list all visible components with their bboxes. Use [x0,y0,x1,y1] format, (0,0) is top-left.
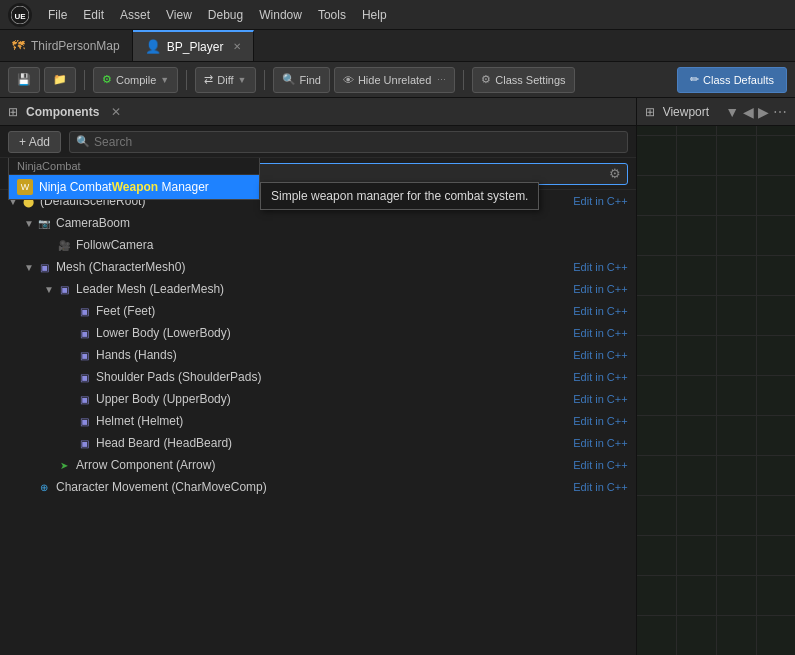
viewport-header: ⊞ Viewport ▼ ◀ ▶ ⋯ [637,98,795,126]
diff-dropdown-icon[interactable]: ▼ [238,75,247,85]
table-row[interactable]: ▣ Shoulder Pads (ShoulderPads) Edit in C… [0,366,636,388]
diff-label: Diff [217,74,233,86]
table-row[interactable]: ▣ Upper Body (UpperBody) Edit in C++ [0,388,636,410]
edit-cpp-button[interactable]: Edit in C++ [565,195,635,207]
viewport-panel: ⊞ Viewport ▼ ◀ ▶ ⋯ [637,98,795,655]
compile-dropdown-icon[interactable]: ▼ [160,75,169,85]
mesh-icon: ▣ [76,369,92,385]
table-row[interactable]: ▼ ▣ Leader Mesh (LeaderMesh) Edit in C++ [0,278,636,300]
separator-1 [84,70,85,90]
components-panel-title: Components [26,105,99,119]
table-row[interactable]: ▣ Helmet (Helmet) Edit in C++ [0,410,636,432]
hide-unrelated-icon: 👁 [343,74,354,86]
tab-bp-player-label: BP_Player [167,40,224,54]
table-row[interactable]: ▣ Lower Body (LowerBody) Edit in C++ [0,322,636,344]
tab-third-person-map[interactable]: 🗺 ThirdPersonMap [0,30,133,61]
component-label: Helmet (Helmet) [96,414,565,428]
menu-edit[interactable]: Edit [83,8,104,22]
menu-view[interactable]: View [166,8,192,22]
camera-icon: 📷 [36,215,52,231]
table-row[interactable]: 🎥 FollowCamera [0,234,636,256]
search-input[interactable] [94,135,621,149]
find-label: Find [300,74,321,86]
main-area: ⊞ Components ✕ + Add 🔍 ✕ ⚙ [0,98,795,655]
mesh-icon: ▣ [36,259,52,275]
svg-text:UE: UE [14,12,26,21]
mesh-icon: ▣ [56,281,72,297]
menu-tools[interactable]: Tools [318,8,346,22]
toolbar: 💾 📁 ⚙ Compile ▼ ⇄ Diff ▼ 🔍 Find 👁 Hide U… [0,62,795,98]
search-box[interactable]: 🔍 [69,131,628,153]
edit-cpp-button[interactable]: Edit in C++ [565,305,635,317]
search-settings-icon[interactable]: ⚙ [609,166,621,181]
table-row[interactable]: ⊕ Character Movement (CharMoveComp) Edit… [0,476,636,498]
dropdown-item-ninja-combat-weapon-manager[interactable]: W Ninja CombatWeapon Manager [9,175,259,199]
menu-asset[interactable]: Asset [120,8,150,22]
menu-file[interactable]: File [48,8,67,22]
viewport-more-icon[interactable]: ⋯ [773,104,787,120]
class-settings-icon: ⚙ [481,73,491,86]
table-row[interactable]: ▣ Feet (Feet) Edit in C++ [0,300,636,322]
table-row[interactable]: ▣ Hands (Hands) Edit in C++ [0,344,636,366]
viewport-back-icon[interactable]: ◀ [743,104,754,120]
weapon-search-container: ✕ ⚙ NinjaCombat W Ninja CombatWeapon Man… [0,158,636,190]
hide-unrelated-more-icon[interactable]: ⋯ [437,75,446,85]
mesh-icon: ▣ [76,435,92,451]
add-component-button[interactable]: + Add [8,131,61,153]
app-logo: UE [8,3,32,27]
compile-button[interactable]: ⚙ Compile ▼ [93,67,178,93]
component-label: Arrow Component (Arrow) [76,458,565,472]
viewport-dropdown-icon[interactable]: ▼ [725,104,739,120]
table-row[interactable]: ▼ 📷 CameraBoom [0,212,636,234]
table-row[interactable]: ➤ Arrow Component (Arrow) Edit in C++ [0,454,636,476]
components-panel-close[interactable]: ✕ [111,105,121,119]
find-icon: 🔍 [282,73,296,86]
tab-bar: 🗺 ThirdPersonMap 👤 BP_Player ✕ [0,30,795,62]
save-button[interactable]: 💾 [8,67,40,93]
label-after: Manager [158,180,209,194]
menu-window[interactable]: Window [259,8,302,22]
arrow-icon: ➤ [56,457,72,473]
edit-cpp-button[interactable]: Edit in C++ [565,261,635,273]
menu-help[interactable]: Help [362,8,387,22]
hide-unrelated-label: Hide Unrelated [358,74,431,86]
table-row[interactable]: ▼ ▣ Mesh (CharacterMesh0) Edit in C++ [0,256,636,278]
edit-cpp-button[interactable]: Edit in C++ [565,349,635,361]
autocomplete-dropdown: NinjaCombat W Ninja CombatWeapon Manager [8,158,260,200]
map-icon: 🗺 [12,38,25,53]
mesh-icon: ▣ [76,347,92,363]
component-label: Head Beard (HeadBeard) [96,436,565,450]
edit-cpp-button[interactable]: Edit in C++ [565,393,635,405]
mesh-icon: ▣ [76,391,92,407]
component-label: Shoulder Pads (ShoulderPads) [96,370,565,384]
edit-cpp-button[interactable]: Edit in C++ [565,415,635,427]
edit-cpp-button[interactable]: Edit in C++ [565,371,635,383]
camera-icon: 🎥 [56,237,72,253]
movement-icon: ⊕ [36,479,52,495]
tab-bp-player[interactable]: 👤 BP_Player ✕ [133,30,255,61]
search-icon: 🔍 [76,135,90,148]
components-panel-header: ⊞ Components ✕ [0,98,636,126]
edit-cpp-button[interactable]: Edit in C++ [565,459,635,471]
browse-button[interactable]: 📁 [44,67,76,93]
mesh-icon: ▣ [76,413,92,429]
diff-button[interactable]: ⇄ Diff ▼ [195,67,255,93]
edit-cpp-button[interactable]: Edit in C++ [565,283,635,295]
class-defaults-button[interactable]: ✏ Class Defaults [677,67,787,93]
edit-cpp-button[interactable]: Edit in C++ [565,481,635,493]
component-label: CameraBoom [56,216,636,230]
tooltip-text: Simple weapon manager for the combat sys… [271,189,528,203]
class-settings-button[interactable]: ⚙ Class Settings [472,67,574,93]
separator-4 [463,70,464,90]
viewport-forward-icon[interactable]: ▶ [758,104,769,120]
edit-cpp-button[interactable]: Edit in C++ [565,437,635,449]
edit-cpp-button[interactable]: Edit in C++ [565,327,635,339]
class-defaults-label: Class Defaults [703,74,774,86]
table-row[interactable]: ▣ Head Beard (HeadBeard) Edit in C++ [0,432,636,454]
hide-unrelated-button[interactable]: 👁 Hide Unrelated ⋯ [334,67,455,93]
menu-debug[interactable]: Debug [208,8,243,22]
tab-close-button[interactable]: ✕ [233,41,241,52]
tab-third-person-map-label: ThirdPersonMap [31,39,120,53]
component-label: Character Movement (CharMoveComp) [56,480,565,494]
find-button[interactable]: 🔍 Find [273,67,330,93]
